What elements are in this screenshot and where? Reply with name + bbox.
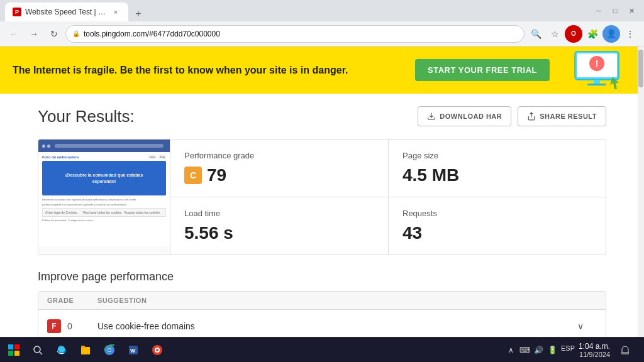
ss-footer-text: Política de privacidad · Configurar las … [42, 219, 166, 222]
tray-battery-icon[interactable]: 🔋 [547, 344, 558, 356]
reload-button[interactable]: ↻ [45, 25, 63, 43]
ss-nav-links: Inicio Blog [148, 155, 166, 159]
extensions-icon[interactable]: 🧩 [584, 25, 601, 43]
improve-section: Improve page performance GRADE SUGGESTIO… [38, 270, 606, 337]
ss-nav-item: Inicio [148, 155, 157, 159]
browser-frame: P Website Speed Test | Pingdom × + ─ □ ✕… [0, 0, 644, 362]
toolbar-actions: 🔍 ☆ O 🧩 👤 ⋮ [527, 25, 639, 43]
ss-logo: Foro de webmasters [42, 155, 79, 159]
close-window-button[interactable]: ✕ [624, 3, 639, 18]
tray-icons: ∧ ⌨ 🔊 🔋 ESP [506, 344, 575, 356]
files-icon [80, 344, 91, 356]
svg-rect-4 [594, 80, 600, 84]
tray-language[interactable]: ESP [561, 344, 575, 356]
download-har-button[interactable]: DOWNLOAD HAR [418, 106, 511, 126]
opera-icon[interactable]: O [565, 25, 582, 43]
search-taskbar-button[interactable] [26, 339, 49, 361]
svg-rect-12 [14, 351, 19, 356]
site-screenshot: Foro de webmasters Inicio Blog ¡Descubre… [38, 140, 170, 246]
page-content: The Internet is fragile. Be the first to… [0, 47, 644, 337]
tray-speaker-icon[interactable]: 🔊 [533, 344, 545, 356]
chrome-taskbar-button[interactable] [98, 339, 121, 361]
share-result-button[interactable]: SHARE RESULT [518, 106, 606, 126]
site-ss-header [38, 140, 170, 152]
table-row: F 0 Use cookie-free domains ∨ [38, 310, 606, 337]
grade-f-badge: F [47, 319, 61, 333]
svg-marker-8 [610, 77, 619, 89]
scrollbar-thumb[interactable] [638, 50, 643, 87]
svg-text:W: W [130, 348, 136, 354]
active-tab[interactable]: P Website Speed Test | Pingdom × [5, 3, 128, 21]
search-taskbar-icon [33, 345, 43, 355]
improve-table-header: GRADE SUGGESTION [38, 292, 606, 310]
address-text: tools.pingdom.com/#6477ddd70c000000 [84, 30, 518, 38]
tray-up-arrow-icon[interactable]: ∧ [506, 344, 517, 356]
menu-icon[interactable]: ⋮ [621, 25, 639, 43]
maximize-button[interactable]: □ [608, 3, 623, 18]
performance-grade-value: C 79 [184, 165, 374, 185]
scrollbar[interactable] [638, 47, 644, 337]
ss-body-text: Bienvenido a nuestro foro especializado … [42, 198, 166, 202]
tab-close-button[interactable]: × [111, 7, 121, 17]
bookmark-star-icon[interactable]: ☆ [546, 25, 564, 43]
improve-table: GRADE SUGGESTION F 0 Use cookie-free dom… [38, 291, 606, 337]
svg-point-25 [156, 349, 158, 351]
notification-button[interactable] [614, 339, 636, 361]
svg-rect-9 [8, 344, 13, 349]
taskbar: W ∧ ⌨ 🔊 🔋 ESP 1:04 a.m. 11/9/2024 [0, 337, 644, 362]
promo-heading: The Internet is fragile. Be the first to… [13, 65, 415, 76]
word-taskbar-button[interactable]: W [122, 339, 145, 361]
ss-addressbar [55, 144, 164, 148]
tab-bar: P Website Speed Test | Pingdom × + [5, 0, 146, 21]
ss-body-text-2: podrás compartir tus conocimientos, apre… [42, 203, 166, 207]
window-controls: ─ □ ✕ [591, 3, 639, 18]
grade-column-header: GRADE [47, 297, 97, 304]
svg-rect-0 [575, 52, 619, 80]
expand-row-button[interactable]: ∨ [572, 317, 589, 335]
start-trial-button[interactable]: START YOUR FREE TRIAL [415, 59, 550, 81]
back-button[interactable]: ← [5, 25, 23, 43]
chrome-icon [104, 344, 115, 356]
browser-toolbar: ← → ↻ 🔒 tools.pingdom.com/#6477ddd70c000… [0, 21, 644, 47]
grade-badge: C [184, 167, 202, 184]
load-time-label: Load time [184, 209, 374, 218]
edge-taskbar-button[interactable] [50, 339, 73, 361]
requests-cell: Requests 43 [388, 197, 606, 255]
load-time-value: 5.56 s [184, 223, 374, 243]
search-icon[interactable]: 🔍 [527, 25, 545, 43]
new-tab-button[interactable]: + [131, 6, 146, 21]
forward-button[interactable]: → [25, 25, 43, 43]
minimize-button[interactable]: ─ [591, 3, 606, 18]
app5-taskbar-button[interactable] [146, 339, 169, 361]
results-title: Your Results: [38, 107, 135, 126]
results-header: Your Results: DOWNLOAD HAR S [38, 106, 606, 126]
expand-column-header [572, 297, 597, 304]
site-ss-body: Foro de webmasters Inicio Blog ¡Descubre… [38, 152, 170, 225]
svg-line-14 [40, 352, 42, 354]
profile-button[interactable]: 👤 [602, 25, 620, 43]
start-button[interactable] [3, 339, 25, 361]
requests-label: Requests [402, 209, 592, 218]
notification-icon [620, 345, 630, 355]
tray-keyboard-icon[interactable]: ⌨ [519, 344, 531, 356]
taskbar-clock[interactable]: 1:04 a.m. 11/9/2024 [579, 342, 610, 358]
taskbar-tray: ∧ ⌨ 🔊 🔋 ESP 1:04 a.m. 11/9/2024 [501, 339, 641, 361]
download-icon [427, 112, 436, 121]
svg-rect-10 [14, 344, 19, 349]
svg-text:!: ! [596, 58, 599, 69]
ss-cookie-banner: Aviso legal de Cookies Rechazar todas la… [42, 208, 166, 217]
grade-cell: F 0 [47, 319, 97, 333]
screenshot-cell: Foro de webmasters Inicio Blog ¡Descubre… [38, 140, 170, 255]
browser-titlebar: P Website Speed Test | Pingdom × + ─ □ ✕ [0, 0, 644, 21]
share-icon [527, 112, 536, 121]
word-icon: W [128, 344, 139, 356]
performance-grade-cell: Performance grade C 79 [170, 140, 388, 197]
load-time-cell: Load time 5.56 s [170, 197, 388, 255]
page-size-cell: Page size 4.5 MB [388, 140, 606, 197]
files-taskbar-button[interactable] [74, 339, 97, 361]
svg-rect-11 [8, 351, 13, 356]
page-scroll[interactable]: The Internet is fragile. Be the first to… [0, 47, 644, 337]
tab-title: Website Speed Test | Pingdom [25, 8, 107, 16]
svg-point-2 [589, 56, 604, 71]
address-bar[interactable]: 🔒 tools.pingdom.com/#6477ddd70c000000 [65, 25, 525, 43]
